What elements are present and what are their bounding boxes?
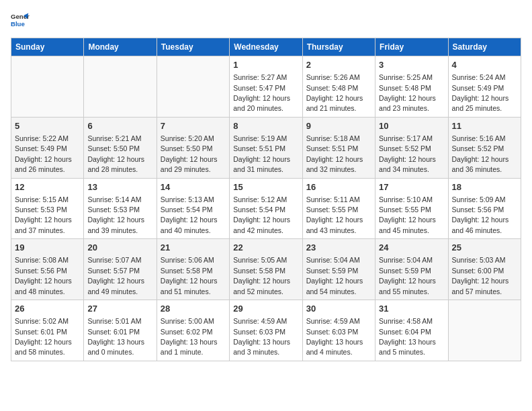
day-number: 27 xyxy=(87,303,152,315)
day-info: Sunrise: 5:27 AMSunset: 5:47 PMDaylight:… xyxy=(233,73,290,112)
day-cell: 30Sunrise: 4:59 AMSunset: 6:03 PMDayligh… xyxy=(302,300,375,361)
day-info: Sunrise: 5:06 AMSunset: 5:58 PMDaylight:… xyxy=(161,256,218,295)
day-number: 19 xyxy=(15,242,80,254)
day-info: Sunrise: 4:58 AMSunset: 6:04 PMDaylight:… xyxy=(379,317,436,356)
day-number: 9 xyxy=(306,120,371,132)
col-header-sunday: Sunday xyxy=(11,38,84,56)
calendar-body: 1Sunrise: 5:27 AMSunset: 5:47 PMDaylight… xyxy=(11,56,521,361)
day-cell: 6Sunrise: 5:21 AMSunset: 5:50 PMDaylight… xyxy=(84,117,157,178)
day-info: Sunrise: 5:11 AMSunset: 5:55 PMDaylight:… xyxy=(306,195,363,234)
day-number: 16 xyxy=(306,181,371,193)
day-cell: 22Sunrise: 5:05 AMSunset: 5:58 PMDayligh… xyxy=(230,239,302,300)
day-cell: 3Sunrise: 5:25 AMSunset: 5:48 PMDaylight… xyxy=(375,56,448,118)
day-info: Sunrise: 5:15 AMSunset: 5:53 PMDaylight:… xyxy=(15,195,72,234)
day-number: 22 xyxy=(233,242,298,254)
day-cell: 26Sunrise: 5:02 AMSunset: 6:01 PMDayligh… xyxy=(11,300,84,361)
day-info: Sunrise: 5:21 AMSunset: 5:50 PMDaylight:… xyxy=(87,134,144,173)
day-info: Sunrise: 5:13 AMSunset: 5:54 PMDaylight:… xyxy=(161,195,218,234)
week-row-1: 1Sunrise: 5:27 AMSunset: 5:47 PMDaylight… xyxy=(11,56,521,118)
day-number: 2 xyxy=(306,59,371,71)
day-info: Sunrise: 5:19 AMSunset: 5:51 PMDaylight:… xyxy=(233,134,290,173)
week-row-5: 26Sunrise: 5:02 AMSunset: 6:01 PMDayligh… xyxy=(11,300,521,361)
day-info: Sunrise: 5:14 AMSunset: 5:53 PMDaylight:… xyxy=(87,195,144,234)
day-info: Sunrise: 5:26 AMSunset: 5:48 PMDaylight:… xyxy=(306,73,363,112)
day-info: Sunrise: 5:01 AMSunset: 6:01 PMDaylight:… xyxy=(87,317,144,356)
day-info: Sunrise: 5:22 AMSunset: 5:49 PMDaylight:… xyxy=(15,134,72,173)
day-cell: 2Sunrise: 5:26 AMSunset: 5:48 PMDaylight… xyxy=(302,56,375,118)
day-cell: 15Sunrise: 5:12 AMSunset: 5:54 PMDayligh… xyxy=(230,178,302,239)
day-info: Sunrise: 5:04 AMSunset: 5:59 PMDaylight:… xyxy=(306,256,363,295)
col-header-tuesday: Tuesday xyxy=(157,38,229,56)
day-number: 4 xyxy=(452,59,517,71)
day-cell: 12Sunrise: 5:15 AMSunset: 5:53 PMDayligh… xyxy=(11,178,84,239)
day-info: Sunrise: 5:07 AMSunset: 5:57 PMDaylight:… xyxy=(87,256,144,295)
day-number: 1 xyxy=(233,59,298,71)
week-row-2: 5Sunrise: 5:22 AMSunset: 5:49 PMDaylight… xyxy=(11,117,521,178)
day-cell: 29Sunrise: 4:59 AMSunset: 6:03 PMDayligh… xyxy=(230,300,302,361)
day-number: 15 xyxy=(233,181,298,193)
day-cell: 20Sunrise: 5:07 AMSunset: 5:57 PMDayligh… xyxy=(84,239,157,300)
day-number: 21 xyxy=(161,242,226,254)
day-cell: 8Sunrise: 5:19 AMSunset: 5:51 PMDaylight… xyxy=(230,117,302,178)
day-number: 20 xyxy=(87,242,152,254)
day-number: 25 xyxy=(452,242,517,254)
day-cell xyxy=(84,56,157,118)
day-number: 26 xyxy=(15,303,80,315)
day-info: Sunrise: 5:12 AMSunset: 5:54 PMDaylight:… xyxy=(233,195,290,234)
day-cell: 27Sunrise: 5:01 AMSunset: 6:01 PMDayligh… xyxy=(84,300,157,361)
day-cell: 7Sunrise: 5:20 AMSunset: 5:50 PMDaylight… xyxy=(157,117,229,178)
header-row: SundayMondayTuesdayWednesdayThursdayFrid… xyxy=(11,38,521,56)
day-info: Sunrise: 5:25 AMSunset: 5:48 PMDaylight:… xyxy=(379,73,436,112)
day-number: 23 xyxy=(306,242,371,254)
day-number: 7 xyxy=(161,120,226,132)
day-number: 13 xyxy=(87,181,152,193)
day-cell: 4Sunrise: 5:24 AMSunset: 5:49 PMDaylight… xyxy=(448,56,521,118)
day-info: Sunrise: 5:00 AMSunset: 6:02 PMDaylight:… xyxy=(161,317,218,356)
day-number: 12 xyxy=(15,181,80,193)
day-number: 17 xyxy=(379,181,444,193)
day-cell: 13Sunrise: 5:14 AMSunset: 5:53 PMDayligh… xyxy=(84,178,157,239)
day-number: 30 xyxy=(306,303,371,315)
day-number: 8 xyxy=(233,120,298,132)
col-header-saturday: Saturday xyxy=(448,38,521,56)
day-info: Sunrise: 5:20 AMSunset: 5:50 PMDaylight:… xyxy=(161,134,218,173)
day-cell: 18Sunrise: 5:09 AMSunset: 5:56 PMDayligh… xyxy=(448,178,521,239)
day-info: Sunrise: 5:18 AMSunset: 5:51 PMDaylight:… xyxy=(306,134,363,173)
day-cell: 5Sunrise: 5:22 AMSunset: 5:49 PMDaylight… xyxy=(11,117,84,178)
logo-icon: General Blue xyxy=(11,11,30,30)
day-cell xyxy=(157,56,229,118)
week-row-4: 19Sunrise: 5:08 AMSunset: 5:56 PMDayligh… xyxy=(11,239,521,300)
day-cell: 31Sunrise: 4:58 AMSunset: 6:04 PMDayligh… xyxy=(375,300,448,361)
day-cell: 9Sunrise: 5:18 AMSunset: 5:51 PMDaylight… xyxy=(302,117,375,178)
page-header: General Blue xyxy=(11,11,521,30)
day-cell xyxy=(11,56,84,118)
day-number: 31 xyxy=(379,303,444,315)
col-header-wednesday: Wednesday xyxy=(230,38,302,56)
day-number: 28 xyxy=(161,303,226,315)
day-number: 11 xyxy=(452,120,517,132)
day-number: 5 xyxy=(15,120,80,132)
day-info: Sunrise: 5:09 AMSunset: 5:56 PMDaylight:… xyxy=(452,195,509,234)
day-cell: 11Sunrise: 5:16 AMSunset: 5:52 PMDayligh… xyxy=(448,117,521,178)
day-cell: 16Sunrise: 5:11 AMSunset: 5:55 PMDayligh… xyxy=(302,178,375,239)
col-header-friday: Friday xyxy=(375,38,448,56)
day-info: Sunrise: 5:16 AMSunset: 5:52 PMDaylight:… xyxy=(452,134,509,173)
day-number: 6 xyxy=(87,120,152,132)
day-number: 3 xyxy=(379,59,444,71)
day-cell: 25Sunrise: 5:03 AMSunset: 6:00 PMDayligh… xyxy=(448,239,521,300)
day-info: Sunrise: 4:59 AMSunset: 6:03 PMDaylight:… xyxy=(306,317,363,356)
day-cell: 19Sunrise: 5:08 AMSunset: 5:56 PMDayligh… xyxy=(11,239,84,300)
day-number: 14 xyxy=(161,181,226,193)
day-cell: 14Sunrise: 5:13 AMSunset: 5:54 PMDayligh… xyxy=(157,178,229,239)
day-cell: 1Sunrise: 5:27 AMSunset: 5:47 PMDaylight… xyxy=(230,56,302,118)
day-number: 10 xyxy=(379,120,444,132)
day-cell: 28Sunrise: 5:00 AMSunset: 6:02 PMDayligh… xyxy=(157,300,229,361)
col-header-thursday: Thursday xyxy=(302,38,375,56)
day-info: Sunrise: 5:04 AMSunset: 5:59 PMDaylight:… xyxy=(379,256,436,295)
day-info: Sunrise: 5:03 AMSunset: 6:00 PMDaylight:… xyxy=(452,256,509,295)
day-info: Sunrise: 5:02 AMSunset: 6:01 PMDaylight:… xyxy=(15,317,72,356)
col-header-monday: Monday xyxy=(84,38,157,56)
day-info: Sunrise: 5:17 AMSunset: 5:52 PMDaylight:… xyxy=(379,134,436,173)
day-number: 24 xyxy=(379,242,444,254)
calendar-header: SundayMondayTuesdayWednesdayThursdayFrid… xyxy=(11,38,521,56)
